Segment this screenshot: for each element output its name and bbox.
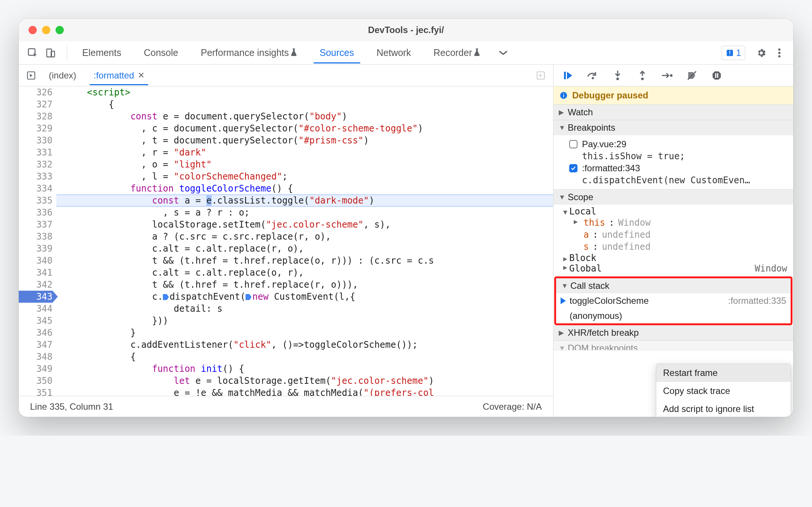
code-line[interactable]: c.addEventListener("click", ()=>toggleCo… — [56, 339, 553, 351]
svg-rect-16 — [715, 73, 716, 78]
resume-icon[interactable] — [561, 68, 575, 83]
context-menu-item[interactable]: Copy stack trace — [656, 382, 791, 400]
panel-tab-sources[interactable]: Sources — [314, 42, 360, 63]
banner-text: Debugger paused — [572, 90, 648, 101]
scope-variable[interactable]: ▶this: Window — [563, 217, 787, 229]
dom-breakpoints-header[interactable]: ▼ DOM breakpoints — [553, 341, 793, 350]
file-tab[interactable]: (index) — [45, 66, 80, 85]
panel-tab-network[interactable]: Network — [371, 42, 417, 63]
code-line[interactable]: c.alt = c.alt.replace(o, r), — [56, 267, 553, 279]
status-bar: Line 335, Column 31 Coverage: N/A — [19, 396, 553, 417]
svg-point-12 — [592, 77, 594, 79]
debugger-banner: Debugger paused — [553, 86, 793, 105]
run-snippet-icon[interactable] — [534, 68, 548, 83]
code-line[interactable]: t && (t.href = t.href.replace(o, r))) : … — [56, 255, 553, 267]
separator — [67, 45, 67, 60]
scope-section-header[interactable]: ▼ Scope — [553, 190, 793, 205]
issues-chip[interactable]: 1 — [722, 46, 745, 60]
code-line[interactable]: c.dispatchEvent(new CustomEvent(l,{ — [56, 291, 553, 303]
more-tabs-icon[interactable] — [496, 46, 510, 60]
kebab-menu-icon[interactable] — [772, 46, 786, 60]
code-line[interactable]: , l = "colorSchemeChanged"; — [56, 171, 553, 183]
svg-point-13 — [617, 77, 619, 80]
code-area[interactable]: <script> { const e = document.querySelec… — [56, 86, 553, 396]
svg-rect-19 — [563, 95, 564, 97]
panel-tabstrip: ElementsConsolePerformance insightsSourc… — [19, 41, 793, 65]
panel-tab-elements[interactable]: Elements — [76, 42, 127, 63]
code-line[interactable]: t && (t.href = t.href.replace(r, o))), — [56, 279, 553, 291]
code-line[interactable]: } — [56, 327, 553, 339]
code-line[interactable]: { — [56, 351, 553, 363]
breakpoint-row[interactable]: :formatted:343 — [569, 161, 787, 175]
zoom-window-button[interactable] — [56, 26, 64, 34]
scope-global[interactable]: ▶Global Window — [563, 263, 787, 274]
code-line[interactable]: function toggleColorScheme() { — [56, 183, 553, 195]
callstack-context-menu: Restart frameCopy stack traceAdd script … — [656, 364, 791, 417]
panel-tab-console[interactable]: Console — [138, 42, 184, 63]
svg-rect-11 — [564, 72, 566, 79]
scope-local[interactable]: ▼Local — [563, 206, 787, 217]
xhr-breakpoints-header[interactable]: ▶ XHR/fetch breakp — [553, 325, 793, 340]
show-navigator-icon[interactable] — [24, 68, 38, 83]
code-line[interactable]: , s = a ? r : o; — [56, 207, 553, 219]
code-line[interactable]: function init() { — [56, 363, 553, 375]
callstack-frame[interactable]: (anonymous) — [556, 308, 791, 323]
code-line[interactable]: const a = e.classList.toggle("dark-mode"… — [56, 195, 553, 207]
call-stack-highlight: ▼ Call stack toggleColorScheme:formatted… — [554, 276, 792, 325]
code-line[interactable]: <script> — [56, 86, 553, 98]
breakpoint-checkbox[interactable] — [569, 164, 577, 172]
close-icon[interactable]: ✕ — [138, 71, 144, 80]
code-line[interactable]: , c = document.querySelector("#color-sch… — [56, 122, 553, 134]
pause-on-exceptions-icon[interactable] — [710, 68, 724, 83]
breakpoint-preview: this.isShow = true; — [569, 151, 787, 161]
scope-variable[interactable]: a: undefined — [563, 229, 787, 241]
code-line[interactable]: a ? (c.src = c.src.replace(r, o), — [56, 231, 553, 243]
code-editor[interactable]: 3263273283293303313323333343353363373383… — [19, 86, 553, 396]
code-line[interactable]: let e = localStorage.getItem("jec.color-… — [56, 375, 553, 387]
breakpoint-row[interactable]: Pay.vue:29 — [569, 137, 787, 151]
step-out-icon[interactable] — [635, 68, 650, 83]
svg-rect-20 — [563, 94, 564, 94]
close-window-button[interactable] — [29, 26, 37, 34]
device-toolbar-icon[interactable] — [44, 46, 58, 60]
callstack-frame[interactable]: toggleColorScheme:formatted:335 — [556, 293, 791, 308]
step-over-icon[interactable] — [586, 68, 600, 83]
settings-gear-icon[interactable] — [754, 46, 768, 60]
code-line[interactable]: const e = document.querySelector("body") — [56, 110, 553, 122]
coverage-status: Coverage: N/A — [483, 401, 542, 412]
code-line[interactable]: })) — [56, 315, 553, 327]
code-line[interactable]: , o = "light" — [56, 158, 553, 171]
svg-point-14 — [641, 77, 644, 80]
step-icon[interactable] — [660, 68, 674, 83]
debugger-toolbar — [553, 65, 793, 86]
deactivate-breakpoints-icon[interactable] — [685, 68, 699, 83]
code-line[interactable]: c.alt = c.alt.replace(r, o), — [56, 243, 553, 255]
cursor-position: Line 335, Column 31 — [30, 401, 113, 412]
code-line[interactable]: { — [56, 98, 553, 110]
panel-tab-recorder[interactable]: Recorder — [427, 42, 486, 63]
file-tab[interactable]: :formatted✕ — [90, 66, 148, 85]
code-line[interactable]: detail: s — [56, 303, 553, 315]
breakpoint-checkbox[interactable] — [569, 140, 577, 148]
code-line[interactable]: , t = document.querySelector("#prism-css… — [56, 134, 553, 146]
code-line[interactable]: e = !e && matchMedia && matchMedia("(pre… — [56, 387, 553, 396]
context-menu-item[interactable]: Restart frame — [656, 364, 791, 382]
call-stack-header[interactable]: ▼ Call stack — [556, 278, 791, 293]
scope-variable[interactable]: s: undefined — [563, 241, 787, 253]
window-title: DevTools - jec.fyi/ — [19, 25, 793, 35]
code-line[interactable]: , r = "dark" — [56, 146, 553, 158]
step-into-icon[interactable] — [611, 68, 625, 83]
current-frame-icon — [561, 297, 566, 304]
code-line[interactable]: localStorage.setItem("jec.color-scheme",… — [56, 219, 553, 231]
caret-down-icon: ▼ — [561, 282, 567, 290]
inspect-element-icon[interactable] — [26, 46, 40, 60]
scope-block[interactable]: ▶Block — [563, 253, 787, 263]
panel-tab-performance-insights[interactable]: Performance insights — [195, 42, 303, 63]
svg-rect-4 — [729, 51, 730, 53]
breakpoints-section-header[interactable]: ▼ Breakpoints — [553, 120, 793, 135]
watch-section-header[interactable]: ▶ Watch — [553, 105, 793, 120]
svg-point-7 — [778, 52, 780, 54]
minimize-window-button[interactable] — [42, 26, 50, 34]
debugger-sidebar: Debugger paused ▶ Watch ▼ Breakpoints Pa… — [553, 86, 793, 417]
context-menu-item[interactable]: Add script to ignore list — [656, 400, 791, 417]
